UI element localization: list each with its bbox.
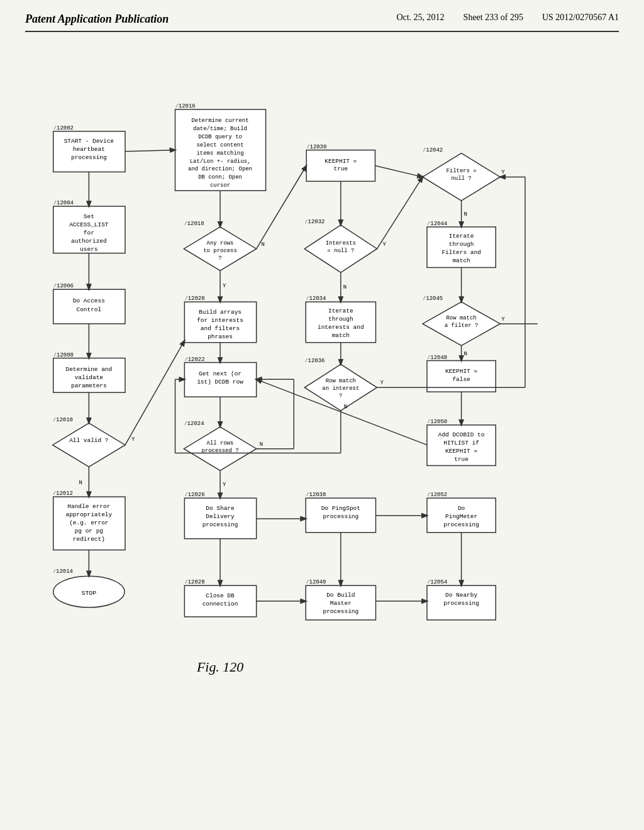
page: Patent Application Publication Oct. 25, …: [0, 0, 644, 830]
svg-text:N: N: [79, 480, 82, 486]
svg-text:a filter ?: a filter ?: [445, 323, 479, 329]
svg-text:for: for: [84, 230, 94, 236]
svg-text:false: false: [452, 376, 470, 383]
svg-text:Do Build: Do Build: [326, 592, 355, 599]
patent-number: US 2012/0270567 A1: [542, 13, 619, 23]
svg-text:∕12050: ∕12050: [427, 419, 447, 425]
svg-text:DB conn; Open: DB conn; Open: [198, 174, 242, 180]
svg-text:authorized: authorized: [71, 238, 107, 245]
svg-text:ACCESS_LIST: ACCESS_LIST: [69, 221, 109, 228]
svg-text:∕12024: ∕12024: [184, 421, 204, 427]
svg-text:Build arrays: Build arrays: [199, 309, 242, 316]
svg-text:∕12028: ∕12028: [184, 579, 204, 585]
svg-text:processing: processing: [443, 521, 479, 528]
svg-text:interests and: interests and: [318, 324, 364, 331]
svg-text:Y: Y: [382, 241, 386, 248]
publication-date: Oct. 25, 2012: [396, 13, 444, 23]
svg-text:Any rows: Any rows: [207, 240, 234, 246]
svg-text:Row match: Row match: [326, 378, 356, 384]
svg-text:Fig. 120: Fig. 120: [196, 660, 243, 675]
svg-text:All valid ?: All valid ?: [69, 437, 108, 444]
svg-text:appropriately: appropriately: [66, 511, 113, 518]
diagram-area: START - Device heartbeat processing ∕120…: [25, 51, 619, 774]
svg-text:Do: Do: [458, 505, 465, 512]
svg-text:items matching: items matching: [196, 150, 243, 157]
svg-text:∕12020: ∕12020: [184, 296, 204, 302]
svg-text:pg or pg: pg or pg: [75, 528, 103, 534]
svg-text:match: match: [452, 257, 470, 264]
svg-text:KEEPHIT =: KEEPHIT =: [445, 368, 477, 375]
svg-text:HITLIST if: HITLIST if: [443, 440, 479, 446]
svg-text:Do Access: Do Access: [73, 297, 105, 304]
svg-text:processing: processing: [203, 521, 238, 528]
svg-text:N: N: [343, 284, 347, 290]
svg-text:N: N: [260, 441, 263, 448]
svg-text:null ?: null ?: [451, 175, 471, 182]
svg-text:through: through: [449, 241, 474, 248]
svg-text:Y: Y: [501, 316, 505, 323]
svg-text:∕12048: ∕12048: [427, 355, 447, 361]
svg-text:redirect): redirect): [73, 536, 105, 543]
svg-text:∕12018: ∕12018: [184, 221, 204, 227]
svg-text:N: N: [464, 211, 467, 218]
svg-text:through: through: [328, 316, 353, 323]
svg-text:STOP: STOP: [81, 590, 96, 597]
svg-line-158: [375, 165, 423, 177]
svg-text:Delivery: Delivery: [206, 513, 235, 520]
sheet-info: Sheet 233 of 295: [464, 13, 523, 23]
svg-text:and direction; Open: and direction; Open: [188, 166, 252, 172]
svg-line-143: [125, 150, 175, 152]
svg-text:∕12040: ∕12040: [306, 579, 326, 585]
svg-line-160: [377, 177, 423, 248]
svg-text:= null ?: = null ?: [327, 248, 354, 254]
svg-text:Control: Control: [77, 306, 102, 313]
svg-text:∕12042: ∕12042: [423, 147, 443, 153]
svg-text:processing: processing: [71, 154, 107, 161]
svg-text:phrases: phrases: [208, 333, 233, 340]
svg-text:∕12038: ∕12038: [306, 492, 326, 498]
svg-text:Close DB: Close DB: [206, 592, 235, 599]
svg-text:Add DCOBID to: Add DCOBID to: [438, 431, 485, 438]
svg-text:Filters and: Filters and: [441, 249, 480, 256]
svg-text:Row match: Row match: [446, 315, 476, 321]
svg-text:Determine current: Determine current: [191, 118, 248, 124]
svg-text:∕12004: ∕12004: [53, 200, 74, 206]
svg-text:Y: Y: [380, 380, 384, 386]
svg-text:processing: processing: [323, 513, 358, 520]
svg-text:for interests: for interests: [197, 317, 243, 324]
svg-text:∕12044: ∕12044: [427, 221, 447, 227]
svg-text:∕12016: ∕12016: [175, 103, 195, 109]
svg-text:and filters: and filters: [201, 325, 240, 332]
svg-text:N: N: [262, 241, 265, 248]
svg-text:∕12030: ∕12030: [306, 144, 326, 150]
svg-text:connection: connection: [203, 600, 238, 607]
svg-text:∕12052: ∕12052: [427, 492, 447, 498]
svg-text:Set: Set: [84, 213, 94, 220]
svg-text:Iterate: Iterate: [328, 307, 353, 314]
svg-text:KEEPHIT =: KEEPHIT =: [325, 158, 357, 165]
svg-text:Do Share: Do Share: [206, 505, 235, 512]
svg-text:∕12008: ∕12008: [53, 352, 74, 358]
flowchart-svg: START - Device heartbeat processing ∕120…: [25, 51, 619, 774]
svg-text:date/time; Build: date/time; Build: [193, 126, 247, 132]
svg-text:∕12032: ∕12032: [304, 219, 325, 225]
svg-text:Interests: Interests: [326, 240, 356, 246]
header-meta: Oct. 25, 2012 Sheet 233 of 295 US 2012/0…: [396, 13, 619, 23]
svg-text:1st) DCDB row: 1st) DCDB row: [197, 379, 243, 385]
svg-text:All rows: All rows: [207, 440, 234, 446]
svg-text:DCDB query to: DCDB query to: [198, 134, 242, 140]
svg-text:Y: Y: [501, 169, 505, 175]
svg-text:Do PingSpot: Do PingSpot: [321, 505, 360, 512]
svg-text:∕12012: ∕12012: [53, 490, 73, 497]
svg-text:(e.g. error: (e.g. error: [69, 519, 108, 526]
svg-text:∕12010: ∕12010: [53, 417, 73, 423]
svg-text:∕12006: ∕12006: [53, 283, 74, 289]
svg-text:Y: Y: [223, 283, 226, 289]
svg-text:∕12045: ∕12045: [423, 296, 443, 302]
svg-text:Do Nearby: Do Nearby: [445, 592, 477, 599]
svg-text:∕12022: ∕12022: [184, 357, 204, 363]
svg-text:∕12014: ∕12014: [53, 568, 73, 575]
svg-text:∕12026: ∕12026: [184, 492, 204, 498]
svg-text:START - Device: START - Device: [64, 138, 114, 145]
svg-text:?: ?: [218, 255, 221, 262]
